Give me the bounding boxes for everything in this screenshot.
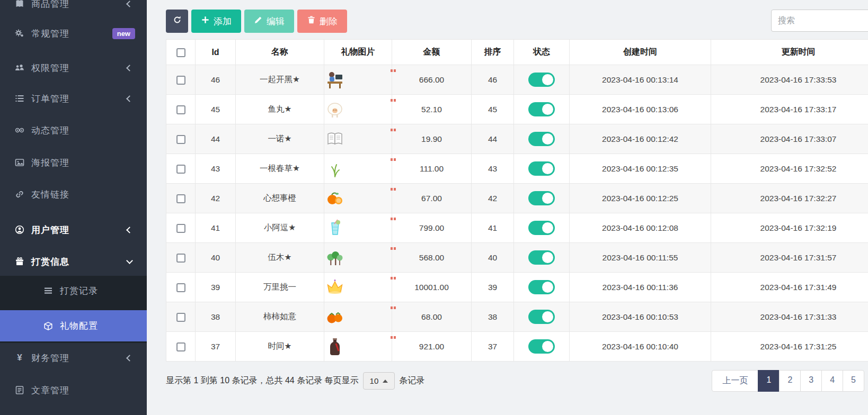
cell-sort: 41	[472, 213, 514, 243]
add-button[interactable]: 添加	[191, 10, 241, 33]
table-row: 45鱼丸★52.10452023-04-16 00:13:062023-04-1…	[166, 95, 868, 124]
column-header[interactable]: 更新时间	[711, 40, 868, 65]
column-header[interactable]: 状态	[514, 40, 570, 65]
cell-sort: 39	[472, 273, 514, 302]
cell-updated: 2023-04-16 17:31:25	[711, 332, 868, 362]
cell-sort: 42	[472, 184, 514, 213]
cell-name: 时间★	[236, 332, 324, 362]
row-checkbox[interactable]	[176, 254, 185, 263]
column-header[interactable]: 金额	[392, 40, 472, 65]
status-toggle-on[interactable]	[528, 132, 555, 146]
row-checkbox[interactable]	[176, 194, 185, 203]
cell-created: 2023-04-16 00:11:55	[570, 243, 711, 273]
column-header[interactable]: 创建时间	[570, 40, 711, 65]
page-size-select[interactable]: 10	[363, 372, 395, 390]
sidebar-item-dynamics[interactable]: 动态管理	[0, 116, 147, 145]
page-button-4[interactable]: 4	[821, 370, 843, 392]
sidebar-item-label: 友情链接	[31, 188, 147, 201]
select-all-header	[166, 40, 196, 65]
cell-amount: 52.10	[392, 95, 472, 124]
row-checkbox[interactable]	[176, 283, 185, 292]
row-checkbox[interactable]	[176, 342, 185, 351]
column-header[interactable]: 名称	[236, 40, 324, 65]
cell-select	[166, 213, 196, 243]
gift-watermark	[391, 277, 393, 279]
status-toggle-on[interactable]	[528, 339, 555, 354]
sidebar-item-general[interactable]: 常规管理new	[0, 19, 147, 48]
sidebar-item-reward-info[interactable]: 打赏信息	[0, 247, 147, 276]
cell-created: 2023-04-16 00:12:25	[570, 184, 711, 213]
edit-button[interactable]: 编辑	[244, 10, 294, 33]
cell-updated: 2023-04-16 17:33:53	[711, 65, 868, 95]
cell-sort: 40	[472, 243, 514, 273]
users-icon	[14, 63, 25, 73]
status-toggle-on[interactable]	[528, 280, 555, 294]
status-toggle-on[interactable]	[528, 73, 555, 87]
sidebar-item-orders[interactable]: 订单管理	[0, 84, 147, 113]
page-size-value: 10	[370, 376, 379, 385]
status-toggle-on[interactable]	[528, 191, 555, 205]
page-button-2[interactable]: 2	[779, 370, 801, 392]
row-checkbox[interactable]	[176, 165, 185, 174]
cell-select	[166, 95, 196, 124]
chevron-left-icon	[126, 65, 133, 71]
cell-status	[514, 213, 570, 243]
cell-amount: 921.00	[392, 332, 472, 362]
sidebar-item-articles[interactable]: 文章管理	[0, 376, 147, 404]
search-input[interactable]	[771, 10, 868, 32]
row-checkbox[interactable]	[176, 224, 185, 233]
sidebar-item-reward-records[interactable]: 打赏记录	[0, 276, 147, 305]
cell-gift-image	[324, 154, 392, 184]
cell-updated: 2023-04-16 17:32:27	[711, 184, 868, 213]
row-checkbox[interactable]	[176, 76, 185, 85]
column-header[interactable]: 排序	[472, 40, 514, 65]
sidebar: 商品管理常规管理new权限管理订单管理动态管理海报管理友情链接用户管理打赏信息打…	[0, 0, 147, 415]
chevron-left-icon	[126, 1, 133, 7]
article-icon	[14, 385, 25, 395]
column-header[interactable]: 礼物图片	[324, 40, 392, 65]
sidebar-item-users[interactable]: 用户管理	[0, 215, 147, 244]
sidebar-item-posters[interactable]: 海报管理	[0, 148, 147, 177]
page-button-5[interactable]: 5	[843, 370, 864, 392]
cell-status	[514, 273, 570, 302]
plus-icon	[201, 15, 210, 27]
cell-select	[166, 65, 196, 95]
image-icon	[14, 158, 25, 167]
cell-status	[514, 95, 570, 124]
sidebar-item-friend-links[interactable]: 友情链接	[0, 180, 147, 209]
row-checkbox[interactable]	[176, 105, 185, 114]
status-toggle-on[interactable]	[528, 221, 555, 235]
cell-name: 心想事橙	[236, 184, 324, 213]
cell-created: 2023-04-16 00:12:08	[570, 213, 711, 243]
status-toggle-on[interactable]	[528, 310, 555, 324]
previous-page-button[interactable]: 上一页	[712, 370, 758, 392]
delete-button[interactable]: 删除	[297, 10, 347, 33]
sidebar-item-finance[interactable]: ¥财务管理	[0, 344, 147, 372]
cell-select	[166, 243, 196, 273]
status-toggle-on[interactable]	[528, 250, 555, 265]
row-checkbox[interactable]	[176, 135, 185, 144]
column-header[interactable]: Id	[196, 40, 236, 65]
list-icon	[14, 94, 25, 103]
row-checkbox[interactable]	[176, 313, 185, 322]
chevron-left-icon	[126, 95, 133, 102]
select-all-checkbox[interactable]	[176, 48, 185, 57]
sidebar-item-gift-config[interactable]: 礼物配置	[0, 310, 147, 341]
refresh-button[interactable]	[166, 10, 188, 33]
cell-updated: 2023-04-16 17:31:33	[711, 302, 868, 332]
status-toggle-on[interactable]	[528, 161, 555, 176]
cell-amount: 666.00	[392, 65, 472, 95]
status-toggle-on[interactable]	[528, 102, 555, 116]
refresh-icon	[173, 15, 182, 27]
page-button-1[interactable]: 1	[758, 370, 780, 392]
table-row: 38柿柿如意68.00382023-04-16 00:10:532023-04-…	[166, 302, 868, 332]
pagination-summary: 显示第 1 到第 10 条记录，总共 44 条记录 每页显示 10 条记录	[166, 372, 424, 390]
new-badge: new	[112, 28, 135, 39]
sidebar-item-goods[interactable]: 商品管理	[0, 0, 147, 18]
cell-updated: 2023-04-16 17:31:49	[711, 273, 868, 302]
cell-sort: 43	[472, 154, 514, 184]
sidebar-item-permissions[interactable]: 权限管理	[0, 53, 147, 82]
cell-gift-image	[324, 273, 392, 302]
sidebar-item-label: 商品管理	[31, 0, 127, 10]
page-button-3[interactable]: 3	[800, 370, 822, 392]
